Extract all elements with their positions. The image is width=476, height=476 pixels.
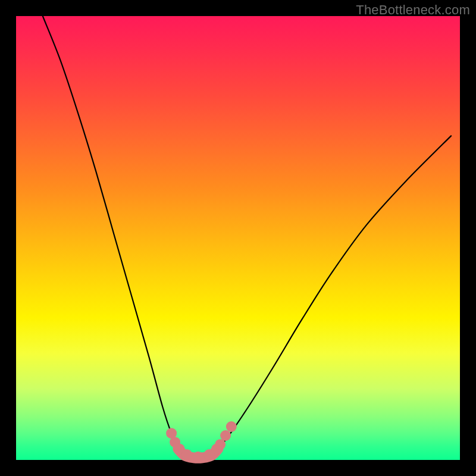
data-marker xyxy=(226,421,237,432)
plot-area xyxy=(16,16,460,460)
data-marker xyxy=(181,449,192,460)
curves-group xyxy=(43,16,451,458)
chart-svg xyxy=(16,16,460,460)
chart-frame: TheBottleneck.com xyxy=(0,0,476,476)
data-marker xyxy=(193,452,203,462)
markers-group xyxy=(166,421,237,462)
left-curve xyxy=(43,16,185,456)
data-marker xyxy=(220,430,231,441)
watermark-text: TheBottleneck.com xyxy=(356,2,470,18)
right-curve xyxy=(211,136,451,455)
